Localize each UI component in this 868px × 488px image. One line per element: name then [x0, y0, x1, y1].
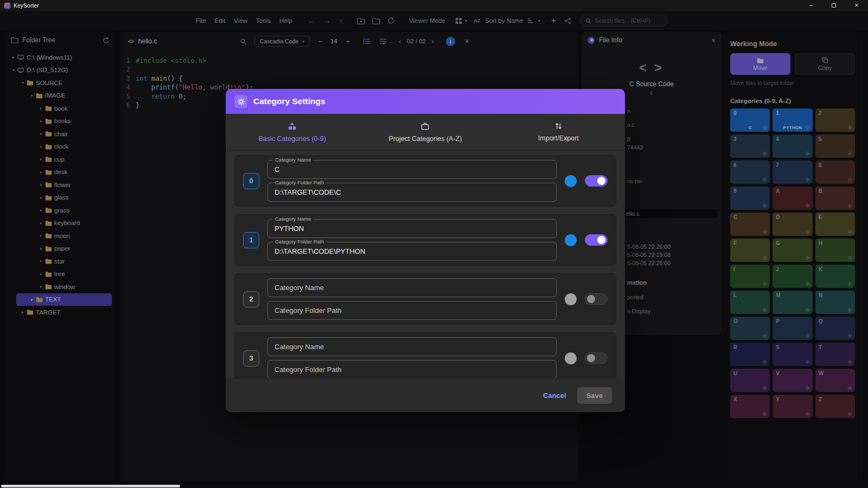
category-rows: 0Category NameCCategory Folder PathD:\TA…: [226, 151, 625, 378]
category-path-input[interactable]: Category Folder Path: [267, 301, 557, 320]
close-window-button[interactable]: ×: [845, 0, 868, 11]
restore-button[interactable]: [822, 0, 845, 11]
minimize-button[interactable]: –: [800, 0, 822, 11]
category-key-badge: 0: [243, 173, 259, 189]
category-row-2: 2Category NameCategory Folder Path: [234, 273, 616, 325]
category-enabled-toggle[interactable]: [585, 234, 608, 246]
category-enabled-toggle[interactable]: [585, 175, 608, 187]
category-name-input[interactable]: Category Name: [267, 278, 557, 297]
dialog-title: Category Settings: [253, 97, 326, 106]
category-path-input[interactable]: Category Folder PathD:\TARGET\CODE\C: [267, 183, 557, 202]
app-logo-icon: [4, 3, 10, 9]
title-bar: KeySorter – ×: [0, 0, 868, 11]
category-path-input[interactable]: Category Folder Path: [267, 360, 557, 378]
category-enabled-toggle[interactable]: [585, 293, 608, 305]
category-color-picker[interactable]: [565, 234, 577, 246]
category-color-picker[interactable]: [565, 175, 577, 187]
app-title: KeySorter: [14, 2, 39, 9]
category-row-0: 0Category NameCCategory Folder PathD:\TA…: [234, 155, 616, 207]
horizontal-scrollbar[interactable]: [1, 485, 180, 487]
dialog-tabs: Basic Categories (0-9) Project Categorie…: [226, 114, 625, 151]
category-key-badge: 3: [243, 350, 259, 367]
save-button[interactable]: Save: [577, 387, 612, 404]
dialog-header: Category Settings: [226, 89, 625, 114]
category-name-input[interactable]: Category NameC: [267, 160, 557, 179]
window-controls: – ×: [800, 0, 868, 11]
category-settings-dialog: Category Settings Basic Categories (0-9)…: [226, 89, 625, 412]
app-window: KeySorter – × File Edit View Tools Help …: [0, 0, 868, 488]
cancel-button[interactable]: Cancel: [543, 391, 566, 400]
tab-project-categories[interactable]: Project Categories (A-Z): [359, 114, 492, 150]
tab-basic-categories[interactable]: Basic Categories (0-9): [226, 114, 359, 150]
category-path-input[interactable]: Category Folder PathD:\TARGET\CODE\PYTHO…: [267, 242, 557, 261]
briefcase-icon: [420, 122, 430, 131]
category-enabled-toggle[interactable]: [585, 352, 608, 364]
category-key-badge: 1: [243, 232, 259, 248]
gear-icon: [234, 95, 247, 108]
category-color-picker[interactable]: [565, 352, 577, 364]
dialog-footer: Cancel Save: [226, 378, 625, 412]
tab-import-export[interactable]: Import/Export: [492, 114, 625, 150]
import-export-icon: [554, 122, 563, 130]
category-name-input[interactable]: Category NamePYTHON: [267, 219, 557, 238]
category-key-badge: 2: [243, 291, 259, 307]
category-color-picker[interactable]: [565, 293, 577, 305]
category-row-1: 1Category NamePYTHONCategory Folder Path…: [234, 214, 616, 266]
category-name-input[interactable]: Category Name: [267, 337, 557, 356]
category-shapes-icon: [288, 121, 297, 131]
category-row-3: 3Category NameCategory Folder Path: [234, 332, 616, 378]
